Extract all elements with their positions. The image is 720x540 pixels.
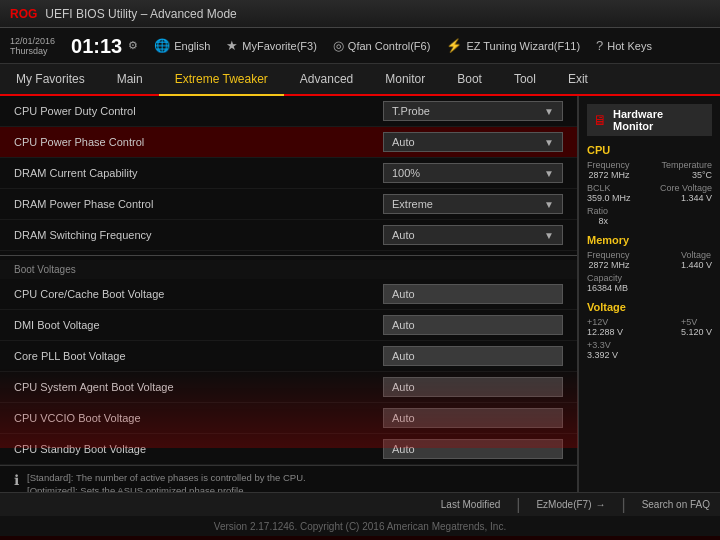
tab-extreme-tweaker[interactable]: Extreme Tweaker (159, 64, 284, 96)
ez-mode-icon: → (595, 499, 605, 510)
hw-cpu-freq-val: 2872 MHz (587, 170, 630, 180)
date-time-block: 12/01/2016 Thursday (10, 36, 55, 56)
title-bar: ROG UEFI BIOS Utility – Advanced Mode (0, 0, 720, 28)
dram-power-phase-dropdown[interactable]: Extreme ▼ (383, 194, 563, 214)
hw-mem-freq-key: Frequency (587, 250, 630, 260)
ez-mode-label: EzMode(F7) (536, 499, 591, 510)
dram-switching-val-text: Auto (392, 229, 415, 241)
dram-switching-label: DRAM Switching Frequency (14, 229, 152, 241)
cpu-sa-boot-label: CPU System Agent Boot Voltage (14, 381, 174, 393)
hw-v5-key: +5V (681, 317, 712, 327)
cpu-standby-boot-value: Auto (383, 439, 563, 459)
setting-dmi-boot[interactable]: DMI Boot Voltage Auto (0, 310, 577, 341)
hw-monitor-panel: 🖥 Hardware Monitor CPU Frequency 2872 MH… (578, 96, 720, 492)
dram-current-dropdown[interactable]: 100% ▼ (383, 163, 563, 183)
qfan-icon: ◎ (333, 38, 344, 53)
section-divider-1 (0, 255, 577, 256)
eztuning-label: EZ Tuning Wizard(F11) (466, 40, 580, 52)
setting-cpu-power-phase[interactable]: CPU Power Phase Control Auto ▼ (0, 127, 577, 158)
tab-my-favorites[interactable]: My Favorites (0, 64, 101, 94)
hw-ratio-val: 8x (587, 216, 608, 226)
setting-core-pll-boot[interactable]: Core PLL Boot Voltage Auto (0, 341, 577, 372)
cpu-power-phase-dropdown[interactable]: Auto ▼ (383, 132, 563, 152)
dropdown-arrow-icon2: ▼ (544, 137, 554, 148)
dram-switching-dropdown[interactable]: Auto ▼ (383, 225, 563, 245)
cpu-sa-boot-input[interactable]: Auto (383, 377, 563, 397)
dropdown-arrow-icon3: ▼ (544, 168, 554, 179)
hw-cpu-section: CPU Frequency 2872 MHz Temperature 35°C … (587, 144, 712, 226)
version-bar: Version 2.17.1246. Copyright (C) 2016 Am… (0, 516, 720, 536)
hw-mem-capacity: Capacity 16384 MB (587, 273, 712, 293)
hw-cpu-temp-val: 35°C (661, 170, 712, 180)
ez-mode-item[interactable]: EzMode(F7) → (536, 499, 605, 510)
hw-monitor-label: Hardware Monitor (613, 108, 706, 132)
tab-monitor[interactable]: Monitor (369, 64, 441, 94)
search-faq-item[interactable]: Search on FAQ (642, 499, 710, 510)
hw-capacity-val: 16384 MB (587, 283, 628, 293)
hw-v12-val: 12.288 V (587, 327, 623, 337)
setting-dram-power-phase[interactable]: DRAM Power Phase Control Extreme ▼ (0, 189, 577, 220)
left-panel: CPU Power Duty Control T.Probe ▼ CPU Pow… (0, 96, 578, 492)
tab-exit[interactable]: Exit (552, 64, 604, 94)
info-line-1: [Standard]: The number of active phases … (27, 472, 306, 483)
hw-cpu-bclk-voltage: BCLK 359.0 MHz Core Voltage 1.344 V (587, 183, 712, 203)
cpu-vccio-boot-label: CPU VCCIO Boot Voltage (14, 412, 141, 424)
version-text: Version 2.17.1246. Copyright (C) 2016 Am… (214, 521, 506, 532)
cpu-power-phase-value: Auto ▼ (383, 132, 563, 152)
cpu-core-boot-label: CPU Core/Cache Boot Voltage (14, 288, 164, 300)
cpu-power-duty-label: CPU Power Duty Control (14, 105, 136, 117)
setting-cpu-standby-boot[interactable]: CPU Standby Boot Voltage Auto (0, 434, 577, 465)
settings-gear-icon[interactable]: ⚙ (128, 39, 138, 52)
cpu-power-duty-dropdown[interactable]: T.Probe ▼ (383, 101, 563, 121)
favorites-label: MyFavorite(F3) (242, 40, 317, 52)
hw-bclk-val: 359.0 MHz (587, 193, 631, 203)
main-content: CPU Power Duty Control T.Probe ▼ CPU Pow… (0, 96, 720, 492)
eztuning-icon: ⚡ (446, 38, 462, 53)
dram-switching-value: Auto ▼ (383, 225, 563, 245)
hw-memory-title: Memory (587, 234, 712, 246)
setting-cpu-sa-boot[interactable]: CPU System Agent Boot Voltage Auto (0, 372, 577, 403)
tab-tool[interactable]: Tool (498, 64, 552, 94)
date-text: 12/01/2016 (10, 36, 55, 46)
dram-power-phase-value: Extreme ▼ (383, 194, 563, 214)
hw-bclk-key: BCLK (587, 183, 631, 193)
dropdown-arrow-icon: ▼ (544, 106, 554, 117)
core-pll-boot-input[interactable]: Auto (383, 346, 563, 366)
footer-bar: Last Modified | EzMode(F7) → | Search on… (0, 492, 720, 516)
tab-boot[interactable]: Boot (441, 64, 498, 94)
hw-monitor-icon: 🖥 (593, 112, 607, 128)
dram-current-label: DRAM Current Capability (14, 167, 137, 179)
cpu-vccio-boot-input[interactable]: Auto (383, 408, 563, 428)
info-myfavorites[interactable]: ★ MyFavorite(F3) (226, 38, 317, 53)
cpu-power-duty-val-text: T.Probe (392, 105, 430, 117)
cpu-sa-boot-value: Auto (383, 377, 563, 397)
dmi-boot-value: Auto (383, 315, 563, 335)
setting-cpu-core-boot[interactable]: CPU Core/Cache Boot Voltage Auto (0, 279, 577, 310)
tab-advanced[interactable]: Advanced (284, 64, 369, 94)
info-language[interactable]: 🌐 English (154, 38, 210, 53)
dmi-boot-input[interactable]: Auto (383, 315, 563, 335)
favorites-icon: ★ (226, 38, 238, 53)
setting-dram-current[interactable]: DRAM Current Capability 100% ▼ (0, 158, 577, 189)
info-qfan[interactable]: ◎ Qfan Control(F6) (333, 38, 431, 53)
info-bar: 12/01/2016 Thursday 01:13 ⚙ 🌐 English ★ … (0, 28, 720, 64)
info-eztuning[interactable]: ⚡ EZ Tuning Wizard(F11) (446, 38, 580, 53)
info-text-content: [Standard]: The number of active phases … (27, 471, 306, 492)
setting-cpu-power-duty[interactable]: CPU Power Duty Control T.Probe ▼ (0, 96, 577, 127)
info-hotkeys[interactable]: ? Hot Keys (596, 38, 652, 53)
core-pll-boot-value: Auto (383, 346, 563, 366)
setting-cpu-vccio-boot[interactable]: CPU VCCIO Boot Voltage Auto (0, 403, 577, 434)
rog-logo: ROG (10, 7, 37, 21)
cpu-power-phase-label: CPU Power Phase Control (14, 136, 144, 148)
language-icon: 🌐 (154, 38, 170, 53)
core-pll-boot-label: Core PLL Boot Voltage (14, 350, 126, 362)
tab-main[interactable]: Main (101, 64, 159, 94)
language-label: English (174, 40, 210, 52)
hw-v33: +3.3V 3.392 V (587, 340, 712, 360)
time-wrapper: 01:13 ⚙ (71, 36, 138, 56)
dram-power-phase-val-text: Extreme (392, 198, 433, 210)
setting-dram-switching[interactable]: DRAM Switching Frequency Auto ▼ (0, 220, 577, 251)
cpu-core-boot-input[interactable]: Auto (383, 284, 563, 304)
cpu-standby-boot-input[interactable]: Auto (383, 439, 563, 459)
hw-v33-val: 3.392 V (587, 350, 618, 360)
